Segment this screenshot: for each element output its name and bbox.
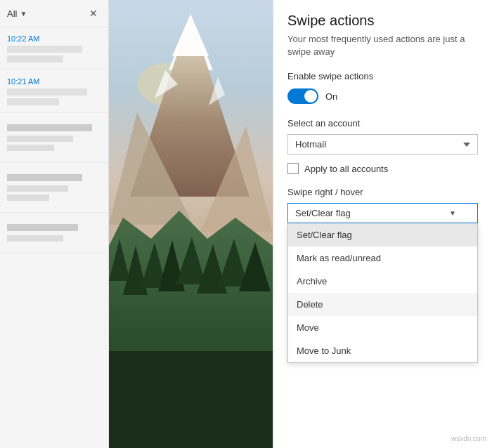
dropdown-item-move-to-junk[interactable]: Move to Junk [288,339,477,362]
landscape-image [109,0,273,448]
swipe-actions-panel: Swipe actions Your most frequently used … [273,0,492,448]
panel-subtitle: Your most frequently used actions are ju… [287,33,478,58]
all-filter-label: All [7,8,17,19]
email-item[interactable] [0,113,108,163]
svg-rect-18 [109,351,273,448]
email-snippet [7,88,101,105]
dropdown-item-move[interactable]: Move [288,316,477,339]
chevron-down-icon: ▼ [449,209,456,217]
email-time: 10:21 AM [7,77,101,86]
dropdown-item-label: Move [297,322,319,333]
dropdown-selected-text: Set/Clear flag [295,208,351,218]
toggle-state-label: On [325,91,337,102]
email-item[interactable] [0,213,108,253]
email-time: 10:22 AM [7,34,101,43]
account-select[interactable]: Hotmail Gmail Outlook [287,134,478,154]
dropdown-menu: Set/Clear flag Mark as read/unread Archi… [287,223,478,363]
apply-all-row: Apply to all accounts [287,163,478,174]
email-snippet [7,46,101,62]
close-button[interactable]: ✕ [86,6,101,21]
enable-swipe-toggle[interactable] [287,88,318,104]
dropdown-selected-value[interactable]: Set/Clear flag ▼ [287,203,478,223]
enable-swipe-label: Enable swipe actions [287,71,478,81]
apply-all-label: Apply to all accounts [304,164,388,174]
toggle-row: On [287,88,478,104]
apply-all-checkbox[interactable] [287,163,299,174]
swipe-right-label: Swipe right / hover [287,187,478,197]
dropdown-item-archive[interactable]: Archive [288,270,477,293]
dropdown-item-label: Mark as read/unread [297,253,381,263]
email-list-panel: All ▼ ✕ 10:22 AM 10:21 AM [0,0,109,448]
dropdown-item-label: Delete [297,299,323,310]
watermark: wsxdn.com [451,435,486,442]
email-list: 10:22 AM 10:21 AM [0,27,108,448]
swipe-right-dropdown[interactable]: Set/Clear flag ▼ Set/Clear flag Mark as … [287,203,478,223]
select-account-label: Select an account [287,118,478,129]
dropdown-item-delete[interactable]: Delete [288,293,477,316]
chevron-down-icon: ▼ [20,10,27,18]
all-filter-dropdown[interactable]: All ▼ [7,8,27,19]
dropdown-item-label: Move to Junk [297,345,351,356]
email-item[interactable] [0,163,108,213]
dropdown-item-set-clear-flag[interactable]: Set/Clear flag [288,223,477,246]
dropdown-item-label: Set/Clear flag [297,230,352,240]
email-item[interactable]: 10:21 AM [0,70,108,113]
top-bar: All ▼ ✕ [0,0,108,27]
dropdown-item-mark-read[interactable]: Mark as read/unread [288,246,477,270]
dropdown-item-label: Archive [297,276,327,286]
panel-title: Swipe actions [287,13,478,29]
email-item[interactable]: 10:22 AM [0,27,108,70]
